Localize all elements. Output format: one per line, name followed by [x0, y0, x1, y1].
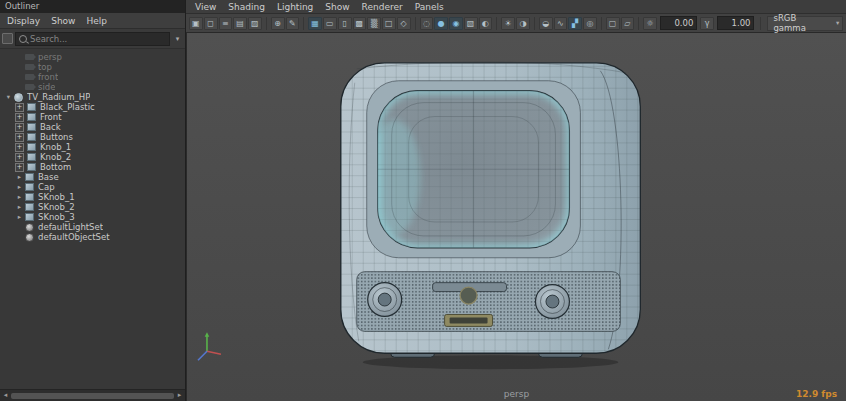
expander-icon[interactable]: +: [15, 143, 24, 152]
outliner-item-defaultLightSet[interactable]: defaultLightSet: [0, 222, 185, 232]
grid-icon[interactable]: ▦: [308, 17, 322, 30]
expander-icon[interactable]: ▸: [15, 192, 24, 202]
outliner-item-side[interactable]: side: [0, 82, 185, 92]
safe-title-icon[interactable]: ◇: [397, 17, 411, 30]
expander-icon[interactable]: ▾: [4, 92, 13, 102]
expander-icon[interactable]: +: [15, 153, 24, 162]
expander-icon[interactable]: ▸: [15, 212, 24, 222]
item-label: defaultObjectSet: [38, 232, 110, 242]
viewport-menu-item[interactable]: Panels: [415, 2, 444, 12]
search-input[interactable]: Search...: [15, 32, 170, 46]
outliner-item-SKnob_3[interactable]: ▸SKnob_3: [0, 212, 185, 222]
film-gate-icon[interactable]: ▭: [323, 17, 337, 30]
dof-icon[interactable]: ◎: [583, 17, 597, 30]
isolate-select-icon[interactable]: ▢: [606, 17, 620, 30]
field-chart-icon[interactable]: ▒: [367, 17, 381, 30]
outliner-item-Back[interactable]: +Back: [0, 122, 185, 132]
camera-icon: [25, 64, 34, 70]
toolbar-separator: [760, 17, 761, 30]
expander-icon[interactable]: +: [15, 103, 24, 112]
wireframe-on-shaded-icon[interactable]: ◉: [449, 17, 463, 30]
gamma-icon[interactable]: γ: [700, 17, 714, 30]
outliner-item-Base[interactable]: ▸Base: [0, 172, 185, 182]
scroll-left-arrow[interactable]: ◂: [1, 391, 10, 400]
motion-blur-icon[interactable]: ∿: [554, 17, 568, 30]
outliner-item-Knob_2[interactable]: +Knob_2: [0, 152, 185, 162]
search-dropdown-arrow[interactable]: ▾: [172, 35, 183, 43]
use-default-material-icon[interactable]: ◐: [479, 17, 493, 30]
outliner-item-defaultObjectSet[interactable]: defaultObjectSet: [0, 232, 185, 242]
outliner-item-SKnob_2[interactable]: ▸SKnob_2: [0, 202, 185, 212]
viewport-canvas[interactable]: persp 12.9 fps: [186, 33, 846, 401]
outliner-item-Black_Plastic[interactable]: +Black_Plastic: [0, 102, 185, 112]
multisample-icon[interactable]: ▞: [568, 17, 582, 30]
wireframe-icon[interactable]: ◌: [420, 17, 434, 30]
grease-pencil-icon[interactable]: ✎: [286, 17, 300, 30]
outliner-tree: persptopfrontside▾TV_Radium_HP+Black_Pla…: [0, 49, 185, 389]
outliner-item-front[interactable]: front: [0, 72, 185, 82]
bookmarks-icon[interactable]: ▤: [233, 17, 247, 30]
viewport-menu-item[interactable]: View: [195, 2, 216, 12]
filter-icon[interactable]: [2, 33, 13, 44]
outliner-menu-item[interactable]: Show: [51, 16, 75, 26]
camera-icon: [25, 54, 34, 60]
pan-zoom-icon[interactable]: ⊕: [271, 17, 285, 30]
outliner-item-TV_Radium_HP[interactable]: ▾TV_Radium_HP: [0, 92, 185, 102]
expander-icon[interactable]: +: [15, 123, 24, 132]
select-camera-icon[interactable]: ▣: [189, 17, 203, 30]
mesh-icon: [27, 143, 36, 151]
textured-icon[interactable]: ▧: [464, 17, 478, 30]
expander-icon[interactable]: +: [15, 163, 24, 172]
safe-action-icon[interactable]: □: [382, 17, 396, 30]
outliner-menu-item[interactable]: Display: [7, 16, 40, 26]
item-label: Knob_1: [40, 142, 71, 152]
lighting-icon[interactable]: ☀: [501, 17, 515, 30]
gate-mask-icon[interactable]: ▩: [353, 17, 367, 30]
shadows-icon[interactable]: ◑: [516, 17, 530, 30]
lock-camera-icon[interactable]: ◻: [204, 17, 218, 30]
viewport-menu-item[interactable]: Show: [325, 2, 349, 12]
camera-attributes-icon[interactable]: ≡: [219, 17, 233, 30]
search-placeholder: Search...: [30, 34, 67, 44]
smooth-shade-icon[interactable]: ●: [434, 17, 448, 30]
maya-window: Outliner DisplayShowHelp Search... ▾ per…: [0, 0, 846, 401]
viewport-menu-item[interactable]: Lighting: [277, 2, 313, 12]
image-plane-icon[interactable]: ▨: [248, 17, 262, 30]
occlusion-icon[interactable]: ◒: [539, 17, 553, 30]
toolbar-separator: [534, 17, 535, 30]
toolbar-separator: [303, 17, 304, 30]
resolution-gate-icon[interactable]: ▯: [338, 17, 352, 30]
outliner-item-Buttons[interactable]: +Buttons: [0, 132, 185, 142]
expander-icon[interactable]: +: [15, 113, 24, 122]
gamma-field[interactable]: 1.00: [717, 16, 754, 30]
outliner-item-persp[interactable]: persp: [0, 52, 185, 62]
mesh-icon: [27, 103, 36, 111]
scroll-right-arrow[interactable]: ▸: [175, 391, 184, 400]
viewport-panel: ViewShadingLightingShowRendererPanels ▣◻…: [186, 0, 846, 401]
xray-icon[interactable]: ▱: [621, 17, 635, 30]
outliner-item-Knob_1[interactable]: +Knob_1: [0, 142, 185, 152]
exposure-icon[interactable]: ☼: [643, 17, 657, 30]
exposure-field[interactable]: 0.00: [660, 16, 697, 30]
viewport-menu-item[interactable]: Renderer: [362, 2, 403, 12]
outliner-item-Bottom[interactable]: +Bottom: [0, 162, 185, 172]
outliner-item-top[interactable]: top: [0, 62, 185, 72]
outliner-hscrollbar[interactable]: ◂ ▸: [0, 389, 185, 401]
scroll-thumb[interactable]: [11, 393, 174, 399]
set-icon: [25, 233, 34, 242]
viewport-menu-item[interactable]: Shading: [228, 2, 265, 12]
outliner-item-SKnob_1[interactable]: ▸SKnob_1: [0, 192, 185, 202]
outliner-item-Cap[interactable]: ▸Cap: [0, 182, 185, 192]
item-label: SKnob_1: [38, 192, 75, 202]
camera-icon: [25, 84, 34, 90]
outliner-item-Front[interactable]: +Front: [0, 112, 185, 122]
expander-icon[interactable]: ▸: [15, 182, 24, 192]
item-label: Cap: [38, 182, 55, 192]
expander-icon[interactable]: +: [15, 133, 24, 142]
expander-icon[interactable]: ▸: [15, 172, 24, 182]
item-label: Bottom: [40, 162, 71, 172]
outliner-menu-item[interactable]: Help: [86, 16, 107, 26]
view-transform-select[interactable]: sRGB gamma▾: [767, 16, 843, 31]
outliner-title: Outliner: [0, 0, 185, 13]
expander-icon[interactable]: ▸: [15, 202, 24, 212]
